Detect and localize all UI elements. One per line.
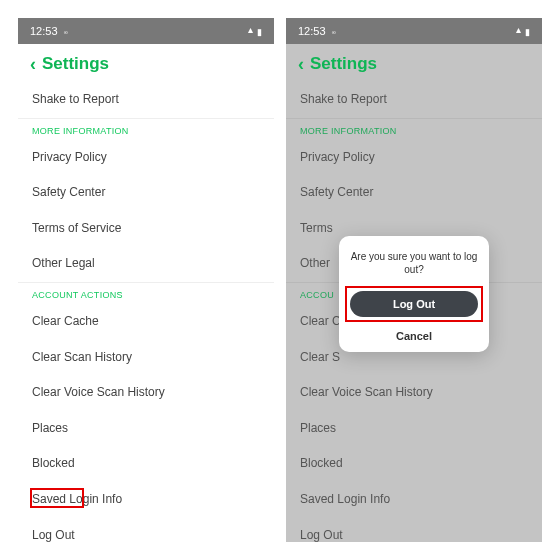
cancel-button[interactable]: Cancel (349, 326, 479, 342)
item-logout[interactable]: Log Out (18, 518, 274, 542)
battery-icon (525, 25, 530, 37)
item-cache[interactable]: Clear Cache (18, 304, 274, 340)
item-blocked[interactable]: Blocked (18, 446, 274, 482)
item-safety[interactable]: Safety Center (18, 175, 274, 211)
item-places[interactable]: Places (18, 411, 274, 447)
settings-list: Shake to Report MORE INFORMATION Privacy… (18, 82, 274, 542)
signal-icon (332, 25, 336, 37)
status-time: 12:53 (298, 25, 326, 37)
page-title: Settings (42, 54, 109, 74)
signal-icon (64, 25, 68, 37)
status-bar: 12:53 (18, 18, 274, 44)
back-chevron-icon[interactable]: ‹ (298, 55, 304, 73)
header: ‹ Settings (18, 44, 274, 82)
back-chevron-icon[interactable]: ‹ (30, 55, 36, 73)
page-title: Settings (310, 54, 377, 74)
item-terms[interactable]: Terms of Service (18, 211, 274, 247)
item-shake[interactable]: Shake to Report (18, 82, 274, 118)
modal-message: Are you sure you want to log out? (349, 250, 479, 276)
section-more-info: MORE INFORMATION (18, 119, 274, 140)
item-privacy[interactable]: Privacy Policy (18, 140, 274, 176)
wifi-icon (248, 25, 253, 37)
status-left: 12:53 (30, 25, 67, 37)
header: ‹ Settings (286, 44, 542, 82)
logout-confirm-modal: Are you sure you want to log out? Log Ou… (339, 236, 489, 352)
battery-icon (257, 25, 262, 37)
highlight-box-logout (30, 488, 84, 508)
highlight-box-modal-logout: Log Out (345, 286, 483, 322)
wifi-icon (516, 25, 521, 37)
settings-list-dimmed: Shake to Report MORE INFORMATION Privacy… (286, 82, 542, 542)
status-right (248, 25, 262, 37)
status-time: 12:53 (30, 25, 58, 37)
section-account-actions: ACCOUNT ACTIONS (18, 283, 274, 304)
item-legal[interactable]: Other Legal (18, 246, 274, 282)
status-left: 12:53 (298, 25, 335, 37)
item-voice[interactable]: Clear Voice Scan History (18, 375, 274, 411)
logout-confirm-button[interactable]: Log Out (350, 291, 478, 317)
modal-overlay[interactable]: Are you sure you want to log out? Log Ou… (286, 82, 542, 542)
status-bar: 12:53 (286, 18, 542, 44)
phone-left: 12:53 ‹ Settings Shake to Report MORE IN… (18, 18, 274, 542)
item-scan[interactable]: Clear Scan History (18, 340, 274, 376)
status-right (516, 25, 530, 37)
phone-right: 12:53 ‹ Settings Shake to Report MORE IN… (286, 18, 542, 542)
